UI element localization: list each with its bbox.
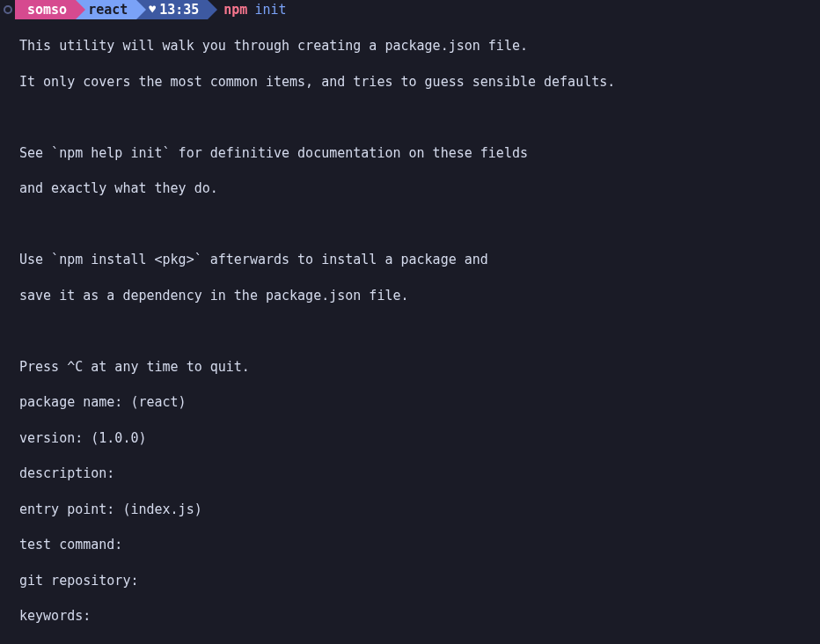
prompt-row: somso react ♥ 13:35 npm init [0,0,820,19]
output-line: version: (1.0.0) [19,429,820,447]
output-line: This utility will walk you through creat… [19,37,820,55]
heart-icon: ♥ [149,2,156,18]
output-line: description: [19,465,820,482]
output-line: git repository: [19,572,820,589]
output-line: test command: [19,536,820,553]
command-argument: init [254,1,286,18]
output-line [19,322,820,340]
output-line [19,108,820,126]
output-line: save it as a dependency in the package.j… [19,287,820,304]
output-line: and exactly what they do. [19,179,820,197]
prompt-time-segment: ♥ 13:35 [136,0,208,19]
output-line: keywords: [19,607,820,625]
prompt-dir: react [88,1,128,18]
output-line [19,216,820,233]
output-line: entry point: (index.js) [19,501,820,518]
prompt-time: 13:35 [159,1,199,18]
prompt-user-segment: somso [15,0,76,19]
prompt-user: somso [27,1,67,18]
output-line: Use `npm install <pkg>` afterwards to in… [19,251,820,268]
terminal-output[interactable]: This utility will walk you through creat… [0,19,820,644]
command-executable: npm [223,1,247,18]
output-line: It only covers the most common items, an… [19,73,820,91]
output-line: package name: (react) [19,393,820,411]
command-area[interactable]: npm init [208,1,286,18]
output-line: See `npm help init` for definitive docum… [19,144,820,162]
output-line: Press ^C at any time to quit. [19,358,820,376]
window-indicator-icon [4,5,12,14]
